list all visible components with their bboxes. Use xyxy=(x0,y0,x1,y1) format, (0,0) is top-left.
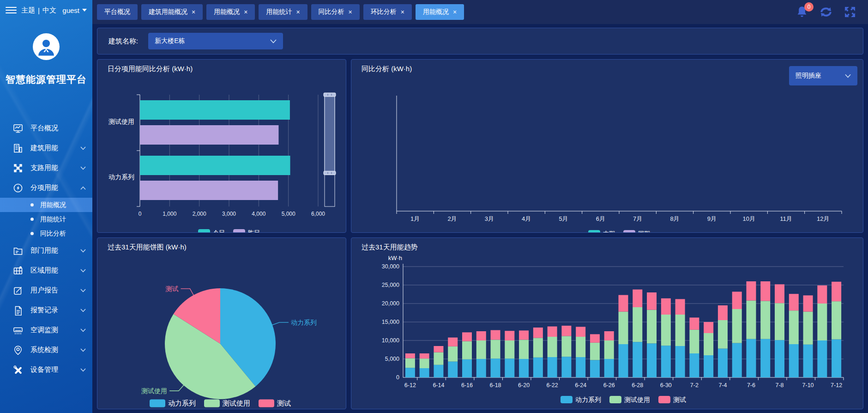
stack-bar-7-10-动力系列[interactable] xyxy=(803,345,813,377)
sidebar-subitem[interactable]: 用能概况 xyxy=(0,198,92,212)
stack-bar-6-12-测试[interactable] xyxy=(405,353,415,358)
stack-bar-7-11-动力系列[interactable] xyxy=(817,340,827,377)
stack-bar-7-6-测试[interactable] xyxy=(746,281,756,301)
tab-close-icon[interactable]: × xyxy=(453,8,457,16)
stack-bar-6-13-测试[interactable] xyxy=(420,353,429,358)
stack-bar-7-8-测试使用[interactable] xyxy=(775,303,784,340)
stack-bar-7-9-动力系列[interactable] xyxy=(789,344,799,377)
sidebar-item-region[interactable]: 区域用能 xyxy=(0,261,92,280)
stack-bar-6-18-测试[interactable] xyxy=(491,330,500,340)
stack-bar-6-18-动力系列[interactable] xyxy=(491,358,500,377)
legend-item-测试使用[interactable]: 测试使用 xyxy=(609,396,650,403)
legend-item-测试[interactable]: 测试 xyxy=(259,399,291,407)
stack-bar-6-20-测试[interactable] xyxy=(519,330,529,340)
stack-bar-6-23-动力系列[interactable] xyxy=(561,357,571,377)
sidebar-item-branch[interactable]: 支路用能 xyxy=(0,158,92,178)
sidebar-item-platform[interactable]: 平台概况 xyxy=(0,118,92,138)
stack-bar-7-8-测试[interactable] xyxy=(775,284,784,303)
stack-bar-7-10-测试使用[interactable] xyxy=(803,312,813,345)
stack-bar-7-7-动力系列[interactable] xyxy=(760,339,770,377)
stack-bar-7-6-测试使用[interactable] xyxy=(746,301,756,339)
sidebar-item-system[interactable]: 系统检测 xyxy=(0,340,92,360)
stack-bar-7-4-动力系列[interactable] xyxy=(718,349,728,377)
sidebar-subitem[interactable]: 同比分析 xyxy=(0,226,92,241)
stack-bar-6-12-测试使用[interactable] xyxy=(405,358,415,368)
stack-bar-6-25-测试[interactable] xyxy=(590,334,600,342)
stack-bar-7-12-动力系列[interactable] xyxy=(832,340,841,377)
stack-bar-6-28-动力系列[interactable] xyxy=(633,342,642,377)
stack-bar-6-12-动力系列[interactable] xyxy=(405,368,415,377)
stack-bar-7-9-测试[interactable] xyxy=(789,294,799,310)
stack-bar-6-16-测试使用[interactable] xyxy=(462,341,472,359)
stack-bar-6-20-测试使用[interactable] xyxy=(519,340,529,359)
user-menu[interactable]: guest xyxy=(62,6,87,14)
sidebar-item-building[interactable]: 建筑用能 xyxy=(0,138,92,158)
stack-bar-6-21-测试[interactable] xyxy=(533,328,543,338)
stack-bar-6-25-测试使用[interactable] xyxy=(590,343,600,360)
stack-bar-7-4-测试[interactable] xyxy=(718,305,728,320)
bar-测试使用-昨日[interactable] xyxy=(140,125,278,145)
stack-bar-6-19-测试[interactable] xyxy=(505,331,514,340)
stack-bar-6-22-动力系列[interactable] xyxy=(548,357,557,377)
stack-bar-7-12-测试使用[interactable] xyxy=(832,301,841,339)
tab-close-icon[interactable]: × xyxy=(401,8,404,16)
stack-bar-7-7-测试[interactable] xyxy=(760,281,770,301)
sidebar-item-alarm[interactable]: 报警记录 xyxy=(0,300,92,320)
stack-bar-6-21-测试使用[interactable] xyxy=(533,338,543,357)
stack-bar-7-11-测试使用[interactable] xyxy=(817,304,827,340)
trend-chart-canvas[interactable]: 05,00010,00015,00020,00025,00030,000kW·h… xyxy=(351,255,863,409)
datazoom-handle[interactable] xyxy=(324,171,336,175)
sidebar-item-category[interactable]: 分项用能 xyxy=(0,178,92,198)
stack-bar-7-7-测试使用[interactable] xyxy=(760,301,770,339)
stack-bar-7-1-测试使用[interactable] xyxy=(675,315,685,346)
stack-bar-6-15-测试使用[interactable] xyxy=(448,346,458,362)
tab-用能概况[interactable]: 用能概况× xyxy=(206,4,255,20)
stack-bar-6-16-测试[interactable] xyxy=(462,332,472,341)
tab-用能概况[interactable]: 用能概况× xyxy=(416,4,464,20)
stack-bar-7-2-动力系列[interactable] xyxy=(689,353,699,377)
stack-bar-6-27-测试[interactable] xyxy=(619,295,628,312)
bar-测试使用-今日[interactable] xyxy=(140,100,290,120)
stack-bar-6-27-动力系列[interactable] xyxy=(619,344,628,377)
legend-item-今日[interactable]: 今日 xyxy=(198,229,225,232)
stack-bar-6-26-测试[interactable] xyxy=(604,331,614,340)
sidebar-item-hvac[interactable]: 空调监测 xyxy=(0,320,92,340)
legend-item-本期[interactable]: 本期 xyxy=(588,230,615,232)
stack-bar-7-3-测试使用[interactable] xyxy=(704,333,713,355)
stack-bar-6-29-测试[interactable] xyxy=(647,292,657,310)
stack-bar-6-15-测试[interactable] xyxy=(448,338,458,346)
stack-bar-7-5-测试[interactable] xyxy=(732,292,742,309)
sidebar-item-report[interactable]: 用户报告 xyxy=(0,280,92,300)
stack-bar-6-30-测试使用[interactable] xyxy=(661,315,671,346)
tab-close-icon[interactable]: × xyxy=(192,8,195,16)
stack-bar-6-21-动力系列[interactable] xyxy=(533,358,543,377)
stack-bar-7-10-测试[interactable] xyxy=(803,295,813,311)
stack-bar-7-3-动力系列[interactable] xyxy=(704,355,713,377)
legend-item-昨日[interactable]: 昨日 xyxy=(233,229,260,232)
fullscreen-button[interactable] xyxy=(844,6,856,18)
stack-bar-6-24-测试使用[interactable] xyxy=(576,337,585,357)
stack-bar-7-8-动力系列[interactable] xyxy=(775,340,784,377)
theme-link[interactable]: 主题 xyxy=(21,6,35,15)
stack-bar-7-9-测试使用[interactable] xyxy=(789,310,799,344)
stack-bar-6-14-动力系列[interactable] xyxy=(434,365,443,377)
stack-bar-6-22-测试使用[interactable] xyxy=(548,337,557,357)
legend-item-测试使用[interactable]: 测试使用 xyxy=(204,399,250,407)
notifications-button[interactable]: 0 xyxy=(796,6,808,18)
stack-bar-6-18-测试使用[interactable] xyxy=(491,340,500,358)
refresh-button[interactable] xyxy=(819,6,833,18)
legend-item-动力系列[interactable]: 动力系列 xyxy=(150,399,196,407)
stack-bar-6-19-测试使用[interactable] xyxy=(505,340,514,358)
stack-bar-7-6-动力系列[interactable] xyxy=(746,339,756,377)
bar-动力系列-今日[interactable] xyxy=(140,156,290,175)
datazoom-slider[interactable] xyxy=(324,93,336,206)
tab-同比分析[interactable]: 同比分析× xyxy=(311,4,360,20)
tab-用能统计[interactable]: 用能统计× xyxy=(259,4,307,20)
datazoom-handle[interactable] xyxy=(324,93,336,97)
stack-bar-6-26-动力系列[interactable] xyxy=(604,359,614,377)
legend-item-动力系列[interactable]: 动力系列 xyxy=(561,396,601,403)
building-select[interactable]: 新大楼E栋 xyxy=(148,33,283,49)
tab-close-icon[interactable]: × xyxy=(349,8,352,16)
legend-item-测试[interactable]: 测试 xyxy=(658,396,686,403)
stack-bar-6-13-测试使用[interactable] xyxy=(420,358,429,368)
